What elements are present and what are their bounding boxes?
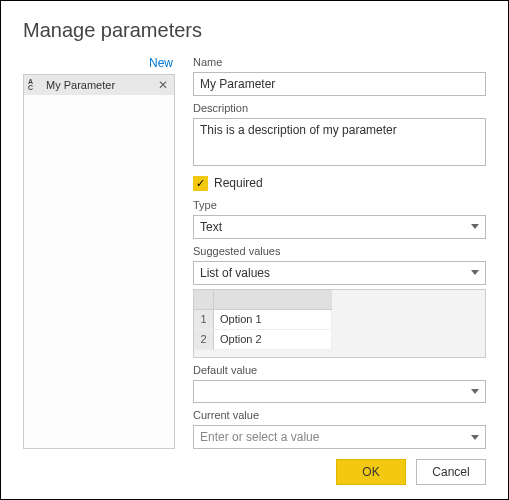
chevron-down-icon [471, 435, 479, 440]
grid-header [214, 290, 332, 310]
remove-parameter-icon[interactable]: ✕ [156, 78, 170, 92]
parameter-item-label: My Parameter [46, 79, 152, 91]
suggested-selected-text: List of values [200, 266, 270, 280]
values-grid[interactable]: 1 Option 1 2 Option 2 [193, 289, 486, 359]
grid-corner [194, 290, 214, 310]
required-checkbox[interactable] [193, 176, 208, 191]
manage-parameters-dialog: Manage parameters New My Parameter ✕ Nam… [0, 0, 509, 500]
chevron-down-icon [471, 224, 479, 229]
text-type-icon [28, 79, 42, 91]
dialog-body: New My Parameter ✕ Name Description This… [23, 54, 486, 449]
new-parameter-link[interactable]: New [23, 54, 175, 74]
grid-cell[interactable]: Option 2 [214, 330, 332, 350]
description-input[interactable]: This is a description of my parameter [193, 118, 486, 166]
suggested-values-label: Suggested values [193, 245, 486, 257]
current-value-label: Current value [193, 409, 486, 421]
left-panel: New My Parameter ✕ [23, 54, 175, 449]
type-label: Type [193, 199, 486, 211]
grid-cell[interactable]: Option 1 [214, 310, 332, 330]
right-panel: Name Description This is a description o… [193, 54, 486, 449]
ok-button[interactable]: OK [336, 459, 406, 485]
current-value-placeholder: Enter or select a value [200, 430, 319, 444]
default-value-label: Default value [193, 364, 486, 376]
suggested-values-select[interactable]: List of values [193, 261, 486, 285]
default-value-select[interactable] [193, 380, 486, 403]
chevron-down-icon [471, 270, 479, 275]
cancel-button[interactable]: Cancel [416, 459, 486, 485]
grid-row-num: 1 [194, 310, 214, 330]
required-row: Required [193, 176, 486, 191]
description-label: Description [193, 102, 486, 114]
dialog-footer: OK Cancel [23, 459, 486, 485]
name-label: Name [193, 56, 486, 68]
type-select[interactable]: Text [193, 215, 486, 239]
name-input[interactable] [193, 72, 486, 96]
grid-row-num: 2 [194, 330, 214, 350]
parameter-list-item[interactable]: My Parameter ✕ [24, 75, 174, 95]
type-selected-text: Text [200, 220, 222, 234]
chevron-down-icon [471, 389, 479, 394]
required-label: Required [214, 176, 263, 190]
dialog-title: Manage parameters [23, 19, 486, 42]
current-value-select[interactable]: Enter or select a value [193, 425, 486, 449]
parameter-list: My Parameter ✕ [23, 74, 175, 449]
